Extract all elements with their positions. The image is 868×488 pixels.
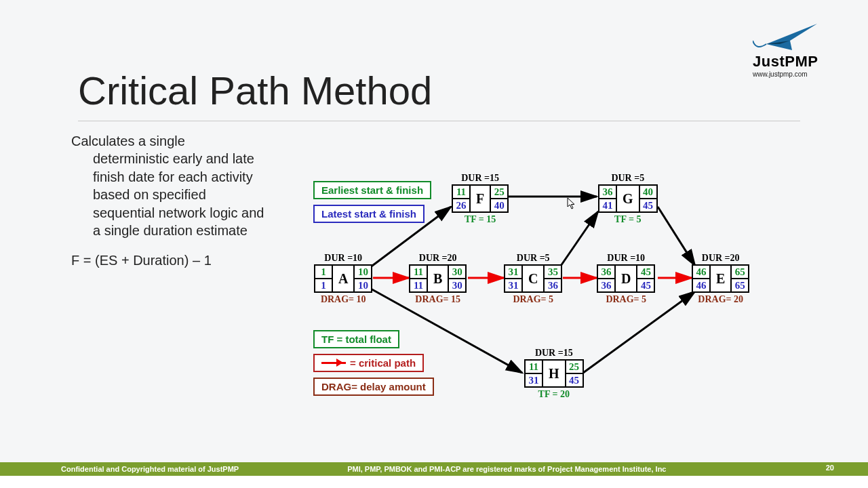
node-dur: DUR =5 — [504, 253, 562, 264]
node-F: DUR =1511F252640TF = 15 — [452, 173, 509, 225]
para-rest: deterministic early and late finish date… — [71, 150, 268, 239]
node-D: DUR =1036D453645DRAG= 5 — [597, 253, 655, 305]
legend-drag: DRAG= delay amount — [313, 378, 434, 396]
node-table: 11B301130 — [409, 264, 467, 293]
slide: JustPMP www.justpmp.com Critical Path Me… — [0, 0, 868, 488]
node-C: DUR =531C353136DRAG= 5 — [504, 253, 562, 305]
svg-line-8 — [559, 211, 598, 268]
node-table: 36D453645 — [597, 264, 655, 293]
red-arrow-icon — [321, 362, 346, 364]
node-table: 46E654665 — [692, 264, 749, 293]
page-number: 20 — [826, 464, 834, 472]
legend-cp-text: = critical path — [350, 357, 416, 369]
node-bottom: TF = 20 — [524, 389, 584, 400]
svg-line-9 — [658, 207, 695, 266]
node-dur: DUR =20 — [692, 253, 749, 264]
node-dur: DUR =10 — [314, 253, 372, 264]
legend-latest: Latest start & finish — [313, 205, 425, 223]
footer-mid: PMI, PMP, PMBOK and PMI-ACP are register… — [347, 465, 666, 473]
node-A: DUR =101A10110DRAG= 10 — [314, 253, 372, 305]
node-dur: DUR =20 — [409, 253, 467, 264]
legend-earliest: Earliest start & finish — [313, 181, 431, 199]
node-table: 11F252640 — [452, 184, 509, 213]
footer: Confidential and Copyrighted material of… — [0, 462, 868, 488]
brand-logo: JustPMP www.justpmp.com — [753, 20, 827, 78]
node-bottom: DRAG= 5 — [504, 294, 562, 305]
svg-marker-0 — [766, 24, 817, 50]
node-bottom: DRAG= 20 — [692, 294, 749, 305]
node-table: 1A10110 — [314, 264, 372, 293]
paper-plane-icon — [753, 20, 827, 54]
node-bottom: TF = 5 — [598, 214, 658, 225]
node-table: 11H253145 — [524, 359, 584, 388]
node-G: DUR =536G404145TF = 5 — [598, 173, 658, 225]
node-H: DUR =1511H253145TF = 20 — [524, 348, 584, 400]
node-dur: DUR =15 — [524, 348, 584, 359]
para-first-line: Calculates a single — [71, 134, 185, 148]
node-bottom: DRAG= 10 — [314, 294, 372, 305]
mouse-cursor-icon — [567, 197, 576, 211]
legend-critical-path: = critical path — [313, 354, 424, 372]
node-bottom: DRAG= 15 — [409, 294, 467, 305]
node-dur: DUR =15 — [452, 173, 509, 184]
node-dur: DUR =5 — [598, 173, 658, 184]
logo-sub: www.justpmp.com — [753, 70, 827, 78]
node-table: 31C353136 — [504, 264, 562, 293]
node-B: DUR =2011B301130DRAG= 15 — [409, 253, 467, 305]
node-dur: DUR =10 — [597, 253, 655, 264]
node-bottom: DRAG= 5 — [597, 294, 655, 305]
footer-left: Confidential and Copyrighted material of… — [61, 465, 239, 473]
page-title: Critical Path Method — [78, 68, 432, 113]
node-bottom: TF = 15 — [452, 214, 509, 225]
logo-text: JustPMP — [753, 53, 827, 70]
cpm-diagram: Earliest start & finish Latest start & f… — [292, 169, 807, 420]
body-text: Calculates a single deterministic early … — [71, 132, 268, 270]
node-E: DUR =2046E654665DRAG= 20 — [692, 253, 749, 305]
title-divider — [78, 121, 800, 121]
formula: F = (ES + Duration) – 1 — [71, 251, 268, 269]
legend-tf: TF = total float — [313, 330, 399, 348]
node-table: 36G404145 — [598, 184, 658, 213]
